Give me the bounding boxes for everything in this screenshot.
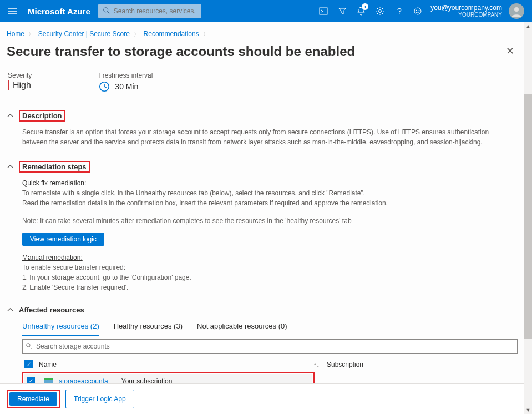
chevron-up-icon [7,307,13,314]
tab-healthy[interactable]: Healthy resources (3) [114,320,183,336]
svg-point-0 [104,8,108,12]
svg-line-1 [108,12,110,14]
chevron-right-icon: 〉 [134,31,139,37]
scroll-up-icon[interactable]: ▲ [524,22,532,30]
svg-rect-2 [320,8,327,14]
svg-text:?: ? [397,7,402,15]
chevron-up-icon [7,164,13,170]
scroll-thumb[interactable] [524,94,532,339]
page-title: Secure transfer to storage accounts shou… [7,42,355,68]
avatar[interactable] [509,3,524,19]
close-icon[interactable]: ✕ [503,42,518,60]
trigger-logic-app-button[interactable]: Trigger Logic App [65,390,134,408]
severity-value: High [13,80,31,90]
global-search-input[interactable] [98,4,201,18]
brand-label[interactable]: Microsoft Azure [20,7,98,16]
tab-unhealthy[interactable]: Unhealthy resources (2) [22,320,99,336]
manual-remediation-heading: Manual remediation: [22,253,515,262]
view-remediation-logic-button[interactable]: View remediation logic [22,233,104,246]
notification-badge: 1 [362,3,368,10]
remediation-step: 1. In your storage account, go to the 'C… [22,272,515,282]
quick-fix-heading: Quick fix remediation: [22,178,515,188]
scrollbar[interactable]: ▲ ▼ [524,22,532,414]
account-email: you@yourcompany.com [430,4,502,12]
svg-point-10 [27,344,31,347]
breadcrumb-item[interactable]: Security Center | Secure Score [38,30,130,38]
svg-rect-13 [44,380,53,382]
description-section-toggle[interactable]: Description [7,110,518,122]
svg-point-5 [414,8,421,14]
svg-point-8 [514,7,519,12]
account-company: YOURCOMPANY [430,12,502,18]
remediation-text: To enable secure transfer required: [22,262,515,272]
description-text: Secure transfer is an option that forces… [22,127,515,147]
breadcrumb-item[interactable]: Home [7,30,24,38]
chevron-up-icon [7,113,13,119]
chevron-right-icon: 〉 [203,31,209,37]
remediation-step: 2. Enable 'Secure transfer required'. [22,282,515,292]
remediate-button[interactable]: Remediate [9,392,57,406]
azure-topbar: Microsoft Azure 1 ? you@yourcompany.com … [0,0,532,22]
resource-search-input[interactable] [22,339,518,354]
search-icon [26,342,33,350]
affected-section-toggle[interactable]: Affected resources [7,306,518,314]
clock-icon [98,80,110,93]
sort-icon[interactable]: ↑↓ [313,361,327,368]
severity-indicator-icon [8,80,9,90]
chevron-right-icon: 〉 [28,31,34,37]
remediation-text: To remediate with a single click, in the… [22,188,515,198]
remediation-note: Note: It can take several minutes after … [22,216,515,226]
footer-actions: Remediate Trigger Logic App [0,383,524,414]
severity-label: Severity [8,72,32,79]
remediation-heading: Remediation steps [19,161,90,173]
cloud-shell-icon[interactable] [314,0,333,22]
severity-block: Severity High [8,72,32,93]
column-name[interactable]: Name [39,361,57,368]
freshness-value: 30 Min [115,82,138,91]
help-icon[interactable]: ? [389,0,408,22]
notifications-icon[interactable]: 1 [352,0,371,22]
feedback-icon[interactable] [408,0,427,22]
description-heading: Description [19,110,65,122]
svg-point-6 [416,10,417,11]
svg-line-11 [29,346,31,348]
remediation-section-toggle[interactable]: Remediation steps [7,161,518,173]
hamburger-menu-icon[interactable] [4,0,20,22]
remediation-text: Read the remediation details in the conf… [22,198,515,208]
freshness-label: Freshness interval [98,72,153,79]
breadcrumb: Home 〉 Security Center | Secure Score 〉 … [7,28,518,42]
svg-point-7 [419,10,420,11]
tab-not-applicable[interactable]: Not applicable resources (0) [197,320,287,336]
scroll-down-icon[interactable]: ▼ [524,406,532,414]
affected-heading: Affected resources [19,306,84,314]
select-all-checkbox[interactable]: ✓ [24,360,33,368]
svg-point-3 [379,10,382,13]
column-subscription[interactable]: Subscription [327,361,363,368]
search-icon [103,7,110,14]
breadcrumb-item[interactable]: Recommendations [144,30,199,38]
account-block[interactable]: you@yourcompany.com YOURCOMPANY [427,4,505,18]
directory-filter-icon[interactable] [333,0,352,22]
settings-gear-icon[interactable] [371,0,389,22]
svg-rect-12 [44,378,53,380]
freshness-block: Freshness interval 30 Min [98,72,153,93]
